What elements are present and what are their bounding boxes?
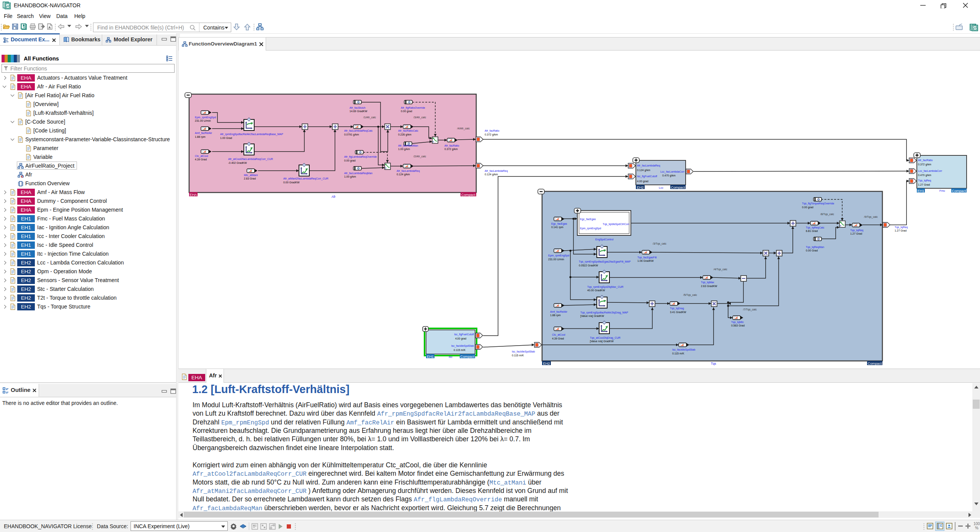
svg-text:Egc_facEgas: Egc_facEgas bbox=[551, 222, 567, 225]
svg-text:Afr_facLambdaReq: Afr_facLambdaReq bbox=[485, 170, 508, 173]
svg-text:/7/Tqs_calc: /7/Tqs_calc bbox=[743, 308, 757, 311]
svg-text:/9/Tqs_calc: /9/Tqs_calc bbox=[864, 215, 878, 219]
svg-text:Tqs_tqIdleSpdCtrlCorr: Tqs_tqIdleSpdCtrlCorr bbox=[603, 223, 629, 226]
svg-text:Compact: Compact bbox=[671, 186, 685, 189]
svg-text:Afr_facRatioMan: Afr_facRatioMan bbox=[398, 144, 418, 147]
svg-text:4.39 Grad: 4.39 Grad bbox=[552, 337, 564, 340]
svg-text:Tqs_flgTorqueReqOverride: Tqs_flgTorqueReqOverride bbox=[802, 202, 834, 205]
svg-text:0.00 grad: 0.00 grad bbox=[401, 110, 412, 113]
svg-text:1.27 Grad: 1.27 Grad bbox=[895, 229, 906, 232]
svg-text:/4/Tqs_calc: /4/Tqs_calc bbox=[714, 268, 727, 271]
svg-text:0.115 m/K: 0.115 m/K bbox=[454, 349, 466, 351]
svg-text:Tqs_tqMin: Tqs_tqMin bbox=[731, 321, 744, 324]
svg-text:[Value n/a] GradKW: [Value n/a] GradKW bbox=[590, 340, 614, 343]
svg-text:Afr_facLambdaReqCalc: Afr_facLambdaReqCalc bbox=[344, 129, 373, 132]
svg-text:Epm_rpmEngSpd: Epm_rpmEngSpd bbox=[548, 254, 569, 257]
svg-text:Epm_rpmEngSpd: Epm_rpmEngSpd bbox=[580, 227, 601, 230]
svg-text:Amf_facRelAir: Amf_facRelAir bbox=[195, 132, 212, 135]
svg-text:c: c bbox=[21, 175, 23, 178]
svg-text:Afr_flgLambdaReqOverride: Afr_flgLambdaReqOverride bbox=[344, 155, 377, 158]
svg-text:EH1: EH1 bbox=[427, 355, 434, 359]
svg-text:Afr_rpmEngSpdfacRelAir2facLamb: Afr_rpmEngSpdfacRelAir2facLambdaReqBase_… bbox=[220, 133, 283, 136]
svg-text:[Value n/a] GradKW: [Value n/a] GradKW bbox=[580, 315, 604, 318]
svg-text:Afr_facRatio: Afr_facRatio bbox=[444, 144, 459, 147]
svg-text:1.06 GradKW: 1.06 GradKW bbox=[637, 259, 654, 262]
svg-text:2.83 Grad: 2.83 Grad bbox=[244, 177, 256, 180]
svg-text:4.39 Grad: 4.39 Grad bbox=[195, 158, 207, 161]
svg-text:Tqs_tqReqCalc: Tqs_tqReqCalc bbox=[806, 226, 825, 229]
svg-text:0.372 g/km: 0.372 g/km bbox=[485, 133, 498, 136]
svg-text:/4/Afr_calc: /4/Afr_calc bbox=[457, 127, 470, 130]
svg-text:EH2: EH2 bbox=[543, 362, 550, 366]
svg-text:0.00 Grad: 0.00 Grad bbox=[806, 249, 818, 252]
svg-text:Isc_facIdleSpdStab: Isc_facIdleSpdStab bbox=[451, 344, 474, 348]
svg-text:Afr_facStoich: Afr_facStoich bbox=[350, 106, 366, 109]
svg-text:0.00 grad: 0.00 grad bbox=[802, 206, 813, 209]
svg-text:Compact: Compact bbox=[868, 362, 882, 366]
svg-text:Compact: Compact bbox=[461, 355, 475, 359]
svg-text:Afr_facRatio: Afr_facRatio bbox=[485, 129, 500, 132]
svg-text:EH2: EH2 bbox=[637, 186, 644, 189]
svg-text:0.141 rpm: 0.141 rpm bbox=[551, 226, 564, 229]
svg-text:Isc_flgFuelCutoff: Isc_flgFuelCutoff bbox=[454, 333, 474, 336]
svg-text:Tqs_tqReq: Tqs_tqReq bbox=[895, 226, 908, 229]
svg-text:Tqs_tqReq: Tqs_tqReq bbox=[850, 229, 863, 232]
svg-text:40.00 GradKW: 40.00 GradKW bbox=[587, 289, 605, 292]
svg-text:/3/Afr_calc: /3/Afr_calc bbox=[413, 116, 426, 119]
svg-text:Egc_facEgas: Egc_facEgas bbox=[580, 218, 596, 221]
svg-text:0.0522 GradKW: 0.0522 GradKW bbox=[579, 264, 598, 267]
svg-text:Compact: Compact bbox=[461, 193, 475, 197]
svg-text:/2/Afr_calc: /2/Afr_calc bbox=[413, 155, 426, 158]
svg-text:231.00 U/min: 231.00 U/min bbox=[195, 119, 211, 122]
svg-text:/3/Tqs_calc: /3/Tqs_calc bbox=[653, 242, 666, 245]
svg-text:1.00 Grad: 1.00 Grad bbox=[220, 137, 232, 139]
svg-text:2.63 GradKW: 2.63 GradKW bbox=[701, 285, 717, 287]
svg-text:EHA: EHA bbox=[190, 193, 198, 197]
svg-text:/1/Afr_calc: /1/Afr_calc bbox=[363, 116, 376, 119]
svg-text:Isc: Isc bbox=[449, 355, 452, 359]
svg-text:0.226 g/km: 0.226 g/km bbox=[398, 133, 412, 136]
svg-text:0.124 g/km: 0.124 g/km bbox=[637, 169, 650, 172]
svg-text:3.41 GradKW: 3.41 GradKW bbox=[670, 311, 686, 313]
svg-text:Afr_facLambdaReq: Afr_facLambdaReq bbox=[397, 170, 420, 173]
svg-text:Tqs_atCool2tqDrag_CUR: Tqs_atCool2tqDrag_CUR bbox=[590, 336, 621, 339]
svg-text:0.563 Grad: 0.563 Grad bbox=[731, 324, 745, 327]
svg-text:0.00 grad: 0.00 grad bbox=[344, 159, 356, 162]
svg-text:/5/Tqs_calc: /5/Tqs_calc bbox=[683, 294, 697, 297]
svg-text:Tqs: Tqs bbox=[711, 362, 716, 366]
svg-text:Tqs_tqMax: Tqs_tqMax bbox=[701, 281, 714, 284]
svg-text:Lcc: Lcc bbox=[659, 186, 663, 189]
svg-text:EngSpdControl: EngSpdControl bbox=[595, 238, 614, 241]
svg-text:231.00 U/min: 231.00 U/min bbox=[548, 258, 564, 261]
svg-text:0.470 g/km: 0.470 g/km bbox=[662, 174, 676, 177]
svg-text:1.00 g/km: 1.00 g/km bbox=[344, 175, 356, 178]
svg-text:0.115 m/K: 0.115 m/K bbox=[672, 352, 684, 355]
svg-text:-0.402 GradKW: -0.402 GradKW bbox=[228, 162, 247, 164]
svg-text:Afr_atMani2facLambdaReqCorr_CU: Afr_atMani2facLambdaReqCorr_CUR bbox=[283, 177, 328, 180]
svg-text:Tqs_rpmEngSpdfacEgas2facEgasFi: Tqs_rpmEngSpdfacEgas2facEgasFilt_MAP bbox=[579, 260, 631, 263]
svg-text:0.372 g/km: 0.372 g/km bbox=[918, 163, 931, 166]
svg-text:/8/Tqs_calc: /8/Tqs_calc bbox=[820, 213, 834, 216]
svg-text:14.69 GradKW: 14.69 GradKW bbox=[350, 110, 368, 113]
svg-text:1.27 Grad: 1.27 Grad bbox=[850, 232, 862, 235]
svg-text:Tqs_tqReq: Tqs_tqReq bbox=[918, 179, 931, 182]
svg-text:0.0791 g/km: 0.0791 g/km bbox=[344, 133, 359, 136]
svg-text:6.81 Grad: 6.81 Grad bbox=[806, 230, 818, 232]
svg-text:Afr_facLambdaReq: Afr_facLambdaReq bbox=[637, 164, 660, 167]
svg-text:Ctc_atCool: Ctc_atCool bbox=[552, 333, 565, 336]
svg-text:Tqs_tqDrag: Tqs_tqDrag bbox=[670, 307, 684, 310]
svg-text:Fmc: Fmc bbox=[939, 189, 945, 193]
svg-text:0.00 GradKW: 0.00 GradKW bbox=[283, 181, 300, 184]
svg-text:Amf_facRelAir: Amf_facRelAir bbox=[550, 310, 567, 313]
svg-text:0.124 g/km: 0.124 g/km bbox=[397, 173, 410, 176]
svg-text:0.470 g/km: 0.470 g/km bbox=[918, 174, 931, 177]
svg-text:EH1: EH1 bbox=[918, 189, 924, 193]
svg-text:Afr: Afr bbox=[332, 195, 336, 199]
svg-text:Afr_facRatioCalc: Afr_facRatioCalc bbox=[398, 129, 418, 132]
svg-text:Afr_atCool2facLambdaReqCorr_CU: Afr_atCool2facLambdaReqCorr_CUR bbox=[228, 158, 273, 161]
svg-text:1.27 Grad: 1.27 Grad bbox=[918, 183, 930, 186]
svg-text:1.88 rpm: 1.88 rpm bbox=[550, 314, 561, 317]
svg-text:1.00 g/km: 1.00 g/km bbox=[398, 148, 410, 151]
svg-text:4.00 grad: 4.00 grad bbox=[637, 180, 648, 183]
svg-text:Isc_facIdleSpdStab: Isc_facIdleSpdStab bbox=[672, 348, 695, 351]
